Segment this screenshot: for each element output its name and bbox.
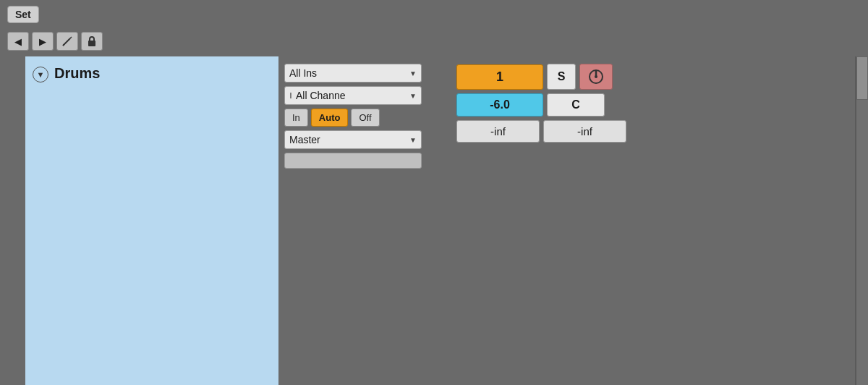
input-dropdown[interactable]: All Ins ▼: [284, 64, 422, 82]
monitor-in-button[interactable]: In: [284, 109, 308, 127]
phase-button[interactable]: [579, 64, 613, 90]
track-name-label: Drums: [54, 65, 100, 82]
channel-dropdown-row: ⁞ All Channe ▼: [284, 86, 451, 105]
svg-point-5: [595, 75, 597, 78]
back-button[interactable]: ◀: [7, 32, 29, 51]
toolbar: ◀ ▶: [0, 29, 868, 56]
forward-button[interactable]: ▶: [32, 32, 54, 51]
output-dropdown-label: Master: [289, 134, 320, 145]
right-row3: -inf -inf: [456, 120, 688, 143]
phase-icon: [588, 69, 604, 85]
svg-rect-3: [88, 41, 95, 46]
center-button[interactable]: C: [547, 93, 605, 117]
output-dropdown[interactable]: Master ▼: [284, 130, 422, 149]
track-controls: All Ins ▼ ⁞ All Channe ▼: [278, 56, 855, 385]
set-button[interactable]: Set: [7, 6, 39, 23]
right-controls: 1 S -6.: [456, 64, 688, 378]
right-row1: 1 S: [456, 64, 688, 90]
inf-right-display[interactable]: -inf: [543, 120, 626, 143]
midi-number-display[interactable]: 1: [456, 64, 543, 90]
track-collapse-button[interactable]: ▼: [33, 67, 48, 82]
controls-grid: All Ins ▼ ⁞ All Channe ▼: [284, 64, 849, 378]
monitor-row: In Auto Off: [284, 109, 451, 127]
solo-label: S: [558, 70, 566, 83]
scrollbar-track[interactable]: [856, 56, 868, 385]
lock-button[interactable]: [81, 32, 103, 51]
monitor-auto-button[interactable]: Auto: [311, 109, 349, 127]
right-scrollbar[interactable]: [855, 56, 868, 385]
channel-dropdown-arrow: ▼: [409, 92, 417, 100]
pencil-icon: [61, 35, 73, 47]
center-label: C: [571, 98, 580, 111]
input-dropdown-row: All Ins ▼: [284, 64, 451, 82]
lock-icon: [87, 35, 97, 47]
svg-line-1: [70, 37, 72, 38]
channel-dropdown[interactable]: ⁞ All Channe ▼: [284, 86, 422, 105]
monitor-off-button[interactable]: Off: [351, 109, 379, 127]
right-row2: -6.0 C: [456, 93, 688, 117]
scrollbar-thumb[interactable]: [856, 56, 868, 100]
back-icon: ◀: [14, 36, 22, 47]
collapse-icon: ▼: [37, 70, 45, 79]
channel-dots-icon: ⁞: [289, 91, 293, 101]
solo-button[interactable]: S: [547, 64, 576, 90]
inf-left-display[interactable]: -inf: [456, 120, 540, 143]
channel-dropdown-label: All Channe: [296, 90, 346, 101]
volume-display[interactable]: -6.0: [456, 93, 543, 117]
track-label: ▼ Drums: [25, 56, 278, 385]
input-dropdown-arrow: ▼: [409, 69, 417, 77]
track-row: ▼ Drums All Ins ▼: [25, 56, 868, 385]
left-controls: All Ins ▼ ⁞ All Channe ▼: [284, 64, 451, 378]
midi-input-bar[interactable]: [284, 153, 422, 169]
output-dropdown-arrow: ▼: [409, 136, 417, 144]
left-strip: [0, 56, 25, 385]
input-dropdown-label: All Ins: [289, 67, 317, 79]
forward-icon: ▶: [39, 36, 46, 47]
top-bar: Set: [0, 0, 868, 29]
draw-button[interactable]: [56, 32, 78, 51]
master-row: Master ▼: [284, 130, 451, 149]
main-area: ▼ Drums All Ins ▼: [0, 56, 868, 385]
